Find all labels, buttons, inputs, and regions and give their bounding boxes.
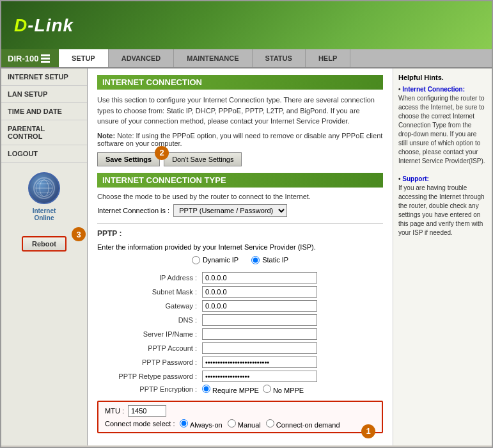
server-ip-input[interactable] <box>202 328 317 340</box>
hints-internet-heading: Internet Connection: <box>402 86 465 93</box>
conn-type-title: INTERNET CONNECTION TYPE <box>97 173 383 188</box>
ip-address-label: IP Address : <box>97 271 200 285</box>
table-row: PPTP Account : <box>97 341 383 355</box>
table-row: PPTP Password : <box>97 355 383 369</box>
sidebar-item-time-date[interactable]: TIME AND DATE <box>1 103 87 120</box>
ip-type-radio-group: Dynamic IP Static IP <box>97 256 383 264</box>
main-layout: INTERNET SETUP LAN SETUP TIME AND DATE P… <box>1 68 492 445</box>
manual-text: Manual <box>238 421 261 429</box>
hints-title: Helpful Hints. <box>398 74 487 81</box>
pptp-form-table: IP Address : Subnet Mask : Gateway : DNS… <box>97 271 383 396</box>
require-mppe-radio[interactable] <box>202 385 210 393</box>
ip-address-input[interactable] <box>202 272 317 284</box>
hints-support-text: If you are having trouble accessing the … <box>398 184 485 236</box>
sidebar-item-parental[interactable]: PARENTAL CONTROL <box>1 120 87 145</box>
reboot-button[interactable]: Reboot <box>22 236 67 252</box>
nav-tabs: SETUP ADVANCED MAINTENANCE STATUS HELP <box>59 49 492 67</box>
subnet-mask-label: Subnet Mask : <box>97 285 200 299</box>
table-row: Subnet Mask : <box>97 285 383 299</box>
dynamic-ip-label: Dynamic IP <box>203 256 239 264</box>
tab-maintenance[interactable]: MAINTENANCE <box>174 49 252 67</box>
hints-text: • Internet Connection: When configuring … <box>398 85 487 237</box>
table-row: Gateway : <box>97 299 383 313</box>
server-ip-label: Server IP/Name : <box>97 327 200 341</box>
reboot-container: Reboot 3 <box>1 231 87 257</box>
gateway-label: Gateway : <box>97 299 200 313</box>
dns-label: DNS : <box>97 313 200 327</box>
sidebar-item-internet-setup[interactable]: INTERNET SETUP <box>1 68 87 86</box>
mtu-section: MTU : Connect mode select : Always-on Ma… <box>97 401 383 433</box>
action-buttons: Save Settings Don't Save Settings 2 <box>97 152 383 166</box>
hints-internet-text: When configuring the router to access th… <box>398 95 485 164</box>
always-on-label[interactable]: Always-on <box>180 419 222 429</box>
connect-on-demand-label[interactable]: Connect-on demand <box>266 419 340 429</box>
pptp-title: PPTP : <box>97 229 383 238</box>
always-on-text: Always-on <box>190 421 223 429</box>
conn-type-section: Choose the mode to be used by the router… <box>97 193 383 217</box>
internet-globe-icon <box>28 172 60 204</box>
manual-label[interactable]: Manual <box>228 419 261 429</box>
badge-2: 2 <box>155 146 169 160</box>
pptp-password-input[interactable] <box>202 356 317 368</box>
connect-mode-row: Connect mode select : Always-on Manual C… <box>105 419 375 429</box>
tab-help[interactable]: HELP <box>306 49 350 67</box>
pptp-retype-label: PPTP Retype password : <box>97 369 200 383</box>
hints-support-heading: Support: <box>402 175 429 182</box>
internet-status-icon-area: InternetOnline <box>1 163 87 228</box>
pptp-retype-input[interactable] <box>202 371 317 382</box>
sidebar-item-lan-setup[interactable]: LAN SETUP <box>1 86 87 103</box>
connect-on-demand-radio[interactable] <box>266 419 274 428</box>
dlink-logo: D-Link <box>14 15 74 36</box>
badge-1: 1 <box>361 424 375 438</box>
pptp-section: PPTP : Enter the information provided by… <box>97 223 383 433</box>
note-text-content: Note: If using the PPPoE option, you wil… <box>97 132 382 147</box>
conn-type-text: Choose the mode to be used by the router… <box>97 193 383 200</box>
no-mppe-radio[interactable] <box>263 385 271 393</box>
note-text: Note: Note: If using the PPPoE option, y… <box>97 132 383 147</box>
pptp-account-input[interactable] <box>202 342 317 354</box>
badge-3: 3 <box>72 227 86 241</box>
static-ip-radio[interactable] <box>251 256 260 264</box>
table-row: IP Address : <box>97 271 383 285</box>
dynamic-ip-radio[interactable] <box>192 256 200 264</box>
dont-save-button[interactable]: Don't Save Settings <box>164 152 242 166</box>
mtu-label: MTU : <box>105 407 124 415</box>
internet-status-label: InternetOnline <box>33 207 56 221</box>
dynamic-ip-radio-label[interactable]: Dynamic IP <box>192 256 239 264</box>
manual-radio[interactable] <box>228 419 236 428</box>
connect-mode-label: Connect mode select : <box>105 420 175 428</box>
sidebar-item-logout[interactable]: LOGOUT <box>1 145 87 163</box>
save-settings-button[interactable]: Save Settings <box>97 152 160 166</box>
subnet-mask-input[interactable] <box>202 286 317 298</box>
connect-on-demand-text: Connect-on demand <box>276 421 340 429</box>
require-mppe-text: Require MPPE <box>212 387 259 394</box>
dns-input[interactable] <box>202 314 317 326</box>
static-ip-label: Static IP <box>262 256 288 264</box>
pptp-account-label: PPTP Account : <box>97 341 200 355</box>
pptp-password-label: PPTP Password : <box>97 355 200 369</box>
pptp-intro: Enter the information provided by your I… <box>97 243 383 251</box>
svg-point-1 <box>40 180 49 196</box>
conn-type-select[interactable]: PPTP (Username / Password) Static IP DHC… <box>173 204 287 217</box>
svg-point-0 <box>36 180 52 196</box>
tab-advanced[interactable]: ADVANCED <box>109 49 175 67</box>
require-mppe-label[interactable]: Require MPPE <box>202 385 259 394</box>
table-row: PPTP Retype password : <box>97 369 383 383</box>
nav-bar: DIR-100 SETUP ADVANCED MAINTENANCE STATU… <box>1 49 492 68</box>
always-on-radio[interactable] <box>180 419 188 428</box>
tab-setup[interactable]: SETUP <box>59 49 109 67</box>
no-mppe-text: No MPPE <box>273 387 304 394</box>
sidebar: INTERNET SETUP LAN SETUP TIME AND DATE P… <box>1 68 88 445</box>
hints-panel: Helpful Hints. • Internet Connection: Wh… <box>393 68 492 445</box>
intro-text: Use this section to configure your Inter… <box>97 95 383 127</box>
mtu-input[interactable] <box>128 405 166 417</box>
tab-status[interactable]: STATUS <box>253 49 306 67</box>
no-mppe-label[interactable]: No MPPE <box>263 385 304 394</box>
static-ip-radio-label[interactable]: Static IP <box>251 256 288 264</box>
table-row: DNS : <box>97 313 383 327</box>
encryption-options: Require MPPE No MPPE <box>202 385 380 394</box>
pptp-encryption-label: PPTP Encryption : <box>97 383 200 396</box>
gateway-input[interactable] <box>202 300 317 312</box>
mtu-row: MTU : <box>105 405 375 417</box>
conn-type-row: Internet Connection is : PPTP (Username … <box>97 204 383 217</box>
